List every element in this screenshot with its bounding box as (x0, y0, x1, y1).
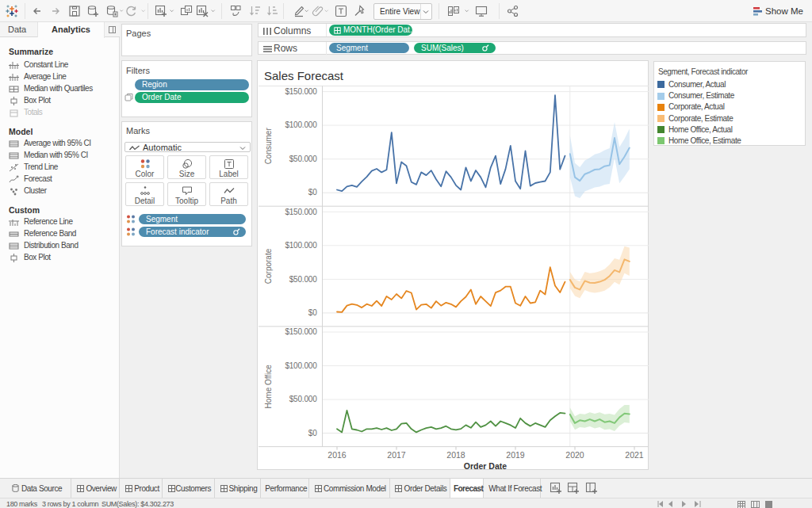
svg-text:$0: $0 (308, 429, 317, 437)
svg-text:$100.000: $100.000 (285, 120, 317, 129)
svg-text:2020: 2020 (565, 450, 584, 460)
svg-text:Consumer: Consumer (264, 128, 273, 165)
svg-text:$0: $0 (308, 188, 317, 197)
svg-text:$150.000: $150.000 (285, 87, 317, 96)
svg-text:2016: 2016 (327, 450, 347, 460)
svg-text:2019: 2019 (506, 450, 525, 460)
svg-text:$50.000: $50.000 (289, 155, 317, 163)
svg-text:$50.000: $50.000 (289, 275, 317, 284)
svg-text:2017: 2017 (387, 450, 406, 460)
svg-text:Corporate: Corporate (264, 248, 273, 284)
svg-text:2021: 2021 (625, 450, 644, 460)
svg-text:$0: $0 (308, 308, 317, 317)
svg-text:$150.000: $150.000 (285, 327, 317, 336)
svg-text:$150.000: $150.000 (285, 208, 317, 216)
svg-text:Home Office: Home Office (264, 365, 273, 409)
svg-text:$50.000: $50.000 (289, 395, 317, 403)
svg-text:2018: 2018 (446, 450, 465, 460)
svg-text:$100.000: $100.000 (285, 241, 317, 250)
svg-text:$100.000: $100.000 (285, 361, 317, 370)
svg-text:Order Date: Order Date (464, 461, 507, 471)
